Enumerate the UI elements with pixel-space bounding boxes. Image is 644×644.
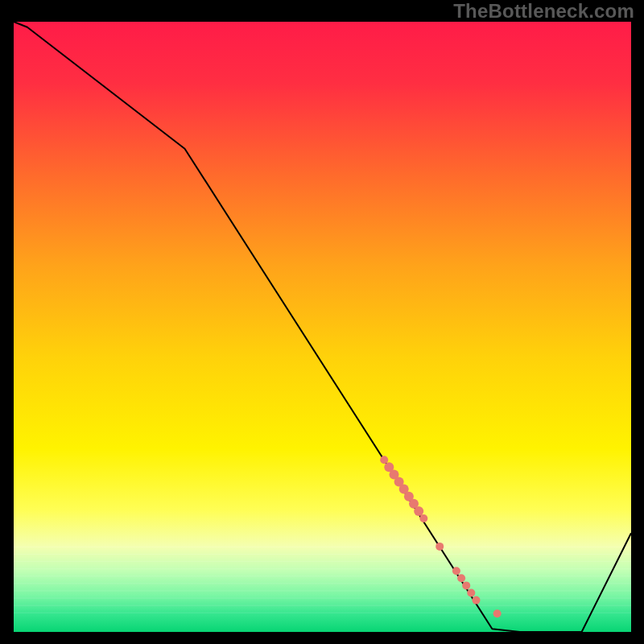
gradient-band [14,598,631,599]
marker-dot-cluster [452,567,460,575]
gradient-band [14,561,631,562]
marker-dot-cluster [467,589,475,597]
chart-stage: TheBottleneck.com [0,0,644,644]
gradient-band [14,613,631,613]
gradient-band [14,547,631,547]
chart-svg [0,0,644,644]
watermark-label: TheBottleneck.com [453,0,634,23]
gradient-band [14,554,631,555]
gradient-band [14,576,631,576]
gradient-band [14,605,631,606]
marker-dot-cluster [462,581,470,589]
marker-dot-cluster [493,609,502,617]
marker-dot-cluster [419,514,427,522]
marker-dot-cluster [473,597,481,605]
marker-dot-cluster [436,543,444,551]
marker-dot-cluster [457,574,465,582]
marker-dot-cluster [414,506,423,516]
gradient-band [14,583,631,584]
plot-background [14,22,631,632]
gradient-band [14,590,631,591]
gradient-band [14,568,631,569]
marker-dot-cluster [380,456,388,464]
